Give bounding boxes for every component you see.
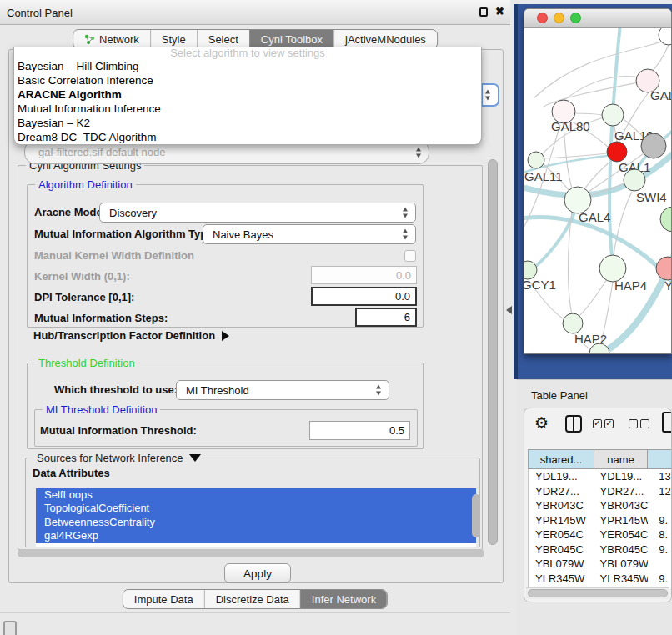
table-cell[interactable]: YER054C — [529, 528, 595, 541]
tab-style[interactable]: Style — [150, 30, 197, 48]
table-row[interactable]: YBL079WYBL079W — [529, 557, 672, 572]
occluded-combobox-fragment — [481, 83, 499, 107]
network-node-swi4[interactable] — [624, 169, 645, 191]
table-row[interactable]: YPR145WYPR145W9. — [529, 513, 672, 528]
table-cell[interactable]: 13 — [648, 470, 672, 482]
tab-discretize-data[interactable]: Discretize Data — [204, 590, 300, 608]
data-attributes-list[interactable]: SelfLoopsTopologicalCoefficientBetweenne… — [36, 488, 476, 547]
tab-label: Infer Network — [312, 593, 376, 606]
tab-infer-network[interactable]: Infer Network — [300, 590, 387, 608]
table-cell[interactable]: YBR045C — [595, 543, 649, 556]
table-cell[interactable]: YDL19... — [595, 470, 649, 482]
network-node-hap2[interactable] — [563, 313, 583, 333]
network-node-y[interactable] — [656, 257, 671, 280]
kernel-width-field[interactable]: 0.0 — [311, 266, 417, 284]
mi-threshold-field[interactable]: 0.5 — [309, 421, 410, 440]
table-hscroll-thumb[interactable] — [528, 589, 668, 598]
attribute-list-scrollbar[interactable] — [472, 494, 480, 538]
table-cell[interactable]: YBR045C — [529, 543, 595, 556]
algorithm-option-bayesian-hill-climbing[interactable]: Bayesian – Hill Climbing — [14, 59, 481, 73]
network-node-gal10[interactable] — [602, 104, 624, 126]
table-cell[interactable]: YBR043C — [595, 499, 649, 512]
attribute-item-gal4rgexp[interactable]: gal4RGexp — [36, 529, 476, 542]
table-cell[interactable]: YPR145W — [595, 514, 649, 527]
algorithm-option-basic-correlation-inference[interactable]: Basic Correlation Inference — [14, 73, 481, 88]
columns-icon[interactable] — [565, 415, 582, 432]
close-traffic-light[interactable] — [537, 12, 548, 23]
expanded-arrow-icon — [189, 454, 201, 462]
table-cell[interactable]: 9. — [648, 543, 672, 556]
attribute-item-betweennesscentrality[interactable]: BetweennessCentrality — [36, 516, 476, 529]
minimized-panel-button[interactable] — [3, 621, 17, 635]
checked-checkbox-icon[interactable]: ✓ — [604, 419, 614, 428]
table-cell[interactable]: YLR345W — [529, 572, 595, 585]
network-node[interactable] — [660, 207, 671, 232]
dpi-tolerance-field[interactable]: 0.0 — [311, 287, 417, 306]
table-cell[interactable]: YBR043C — [529, 499, 595, 512]
minimize-traffic-light[interactable] — [554, 12, 564, 23]
column-header-shared[interactable]: shared... — [528, 449, 594, 469]
column-header-name[interactable]: name — [594, 449, 648, 469]
settings-vertical-scrollbar[interactable] — [488, 159, 498, 545]
table-cell[interactable]: YDR27... — [595, 485, 649, 498]
node-label-gal11: GAL11 — [524, 169, 563, 183]
mi-steps-label: Mutual Information Steps: — [34, 312, 168, 324]
table-cell[interactable]: YBL079W — [595, 558, 649, 570]
network-node-gal11[interactable] — [528, 152, 544, 168]
table-cell[interactable]: 9. — [648, 572, 672, 585]
table-row[interactable]: YDR27...YDR27...12 — [529, 484, 672, 499]
aracne-mode-combobox[interactable]: Discovery — [99, 202, 416, 222]
table-cell[interactable]: 9. — [648, 514, 672, 527]
column-header-col3[interactable] — [648, 449, 672, 469]
network-table-selector-value: gal-filtered.sif default node — [38, 146, 165, 158]
gear-icon[interactable]: ⚙ — [534, 413, 549, 432]
algorithm-option-dream8-dc-tdc-algorithm[interactable]: Dream8 DC_TDC Algorithm — [14, 130, 481, 144]
tab-impute-data[interactable]: Impute Data — [123, 590, 204, 608]
splitter-collapse-arrow[interactable] — [506, 306, 512, 314]
checked-checkbox-icon[interactable]: ✓ — [593, 419, 602, 428]
node-label-hap4: HAP4 — [614, 278, 647, 292]
zoom-traffic-light[interactable] — [570, 12, 581, 23]
network-canvas[interactable]: GAL7GAL80GAL10GAL1GAL11SWI4GAL4GCY1HAP4Y… — [524, 28, 671, 353]
algorithm-option-aracne-algorithm[interactable]: ARACNE Algorithm — [14, 88, 481, 102]
table-cell[interactable]: YBL079W — [529, 558, 595, 570]
network-node-gal1[interactable] — [607, 142, 627, 162]
attribute-item-topologicalcoefficient[interactable]: TopologicalCoefficient — [36, 502, 476, 515]
tab-jactivemnodules[interactable]: jActiveMNodules — [333, 30, 437, 48]
network-node-gcy1[interactable] — [524, 261, 537, 279]
unchecked-checkbox-icon[interactable] — [640, 419, 649, 428]
manual-kernel-checkbox[interactable] — [404, 250, 416, 262]
tab-select[interactable]: Select — [197, 30, 249, 48]
table-row[interactable]: YER054CYER054C8. — [529, 528, 672, 542]
network-window-titlebar[interactable] — [524, 9, 671, 28]
mi-steps-field[interactable]: 6 — [355, 308, 417, 327]
table-cell[interactable]: 12 — [648, 485, 672, 498]
table-horizontal-scrollbar[interactable] — [526, 588, 669, 599]
network-node[interactable] — [641, 133, 666, 158]
table-cell[interactable]: YDL19... — [529, 470, 595, 482]
table-row[interactable]: YLR345WYLR345W9. — [529, 572, 672, 587]
table-row[interactable]: YBR043CYBR043C — [529, 498, 672, 513]
tab-network[interactable]: Network — [73, 30, 150, 48]
settings-horizontal-scrollbar[interactable] — [18, 549, 484, 558]
algorithm-option-mutual-information-inference[interactable]: Mutual Information Inference — [14, 102, 481, 116]
unchecked-checkbox-icon[interactable] — [629, 419, 638, 428]
attribute-item-selfloops[interactable]: SelfLoops — [36, 488, 476, 502]
table-cell[interactable]: YPR145W — [529, 514, 595, 527]
table-cell[interactable]: 8. — [648, 528, 672, 541]
apply-button[interactable]: Apply — [224, 563, 291, 583]
algorithm-option-bayesian-k2[interactable]: Bayesian – K2 — [14, 116, 481, 130]
table-row[interactable]: YBR045CYBR045C9. — [529, 542, 672, 558]
hub-transcription-factor-toggle[interactable]: Hub/Transcription Factor Definition — [33, 329, 229, 342]
table-cell[interactable]: YDR27... — [529, 485, 595, 498]
table-cell[interactable]: YER054C — [595, 528, 649, 541]
close-icon[interactable]: ✖ — [495, 6, 504, 17]
table-row[interactable]: YDL19...YDL19...13 — [529, 469, 672, 484]
mi-algorithm-type-combobox[interactable]: Naive Bayes — [203, 224, 416, 244]
document-icon[interactable] — [662, 412, 672, 432]
tab-cyni-toolbox[interactable]: Cyni Toolbox — [249, 30, 333, 48]
which-threshold-combobox[interactable]: MI Threshold — [176, 380, 389, 400]
float-window-icon[interactable] — [479, 8, 488, 17]
table-cell[interactable]: YLR345W — [595, 572, 649, 585]
aracne-mode-value: Discovery — [109, 207, 157, 219]
